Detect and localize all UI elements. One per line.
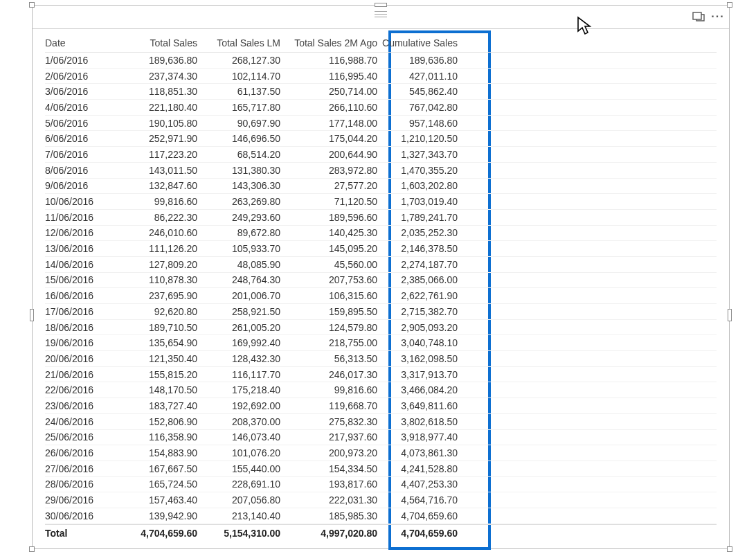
table-row[interactable]: 6/06/2016252,971.90146,696.50175,044.201… <box>45 131 717 147</box>
cell-total-sales-2m: 246,017.30 <box>280 369 377 380</box>
table-row[interactable]: 12/06/2016246,010.6089,672.80140,425.302… <box>45 226 717 242</box>
cell-total-sales: 152,806.90 <box>114 416 197 427</box>
cell-total-sales: 221,180.40 <box>114 102 197 113</box>
cell-total-sales-lm: 207,056.80 <box>197 494 280 506</box>
cell-total-sales: 189,636.80 <box>114 55 197 66</box>
table-row[interactable]: 20/06/2016121,350.40128,432.3056,313.503… <box>45 351 717 367</box>
svg-rect-0 <box>693 12 701 19</box>
total-ts: 4,704,659.60 <box>114 528 197 539</box>
cell-date: 8/06/2016 <box>45 165 114 176</box>
table-row[interactable]: 19/06/2016135,654.90169,992.40218,755.00… <box>45 335 717 351</box>
table-row[interactable]: 29/06/2016157,463.40207,056.80222,031.30… <box>45 492 717 508</box>
cell-cumulative-sales: 3,802,618.50 <box>377 416 474 427</box>
cell-total-sales-2m: 45,560.00 <box>280 259 377 270</box>
drag-grip-icon[interactable] <box>375 11 387 17</box>
cell-date: 15/06/2016 <box>45 274 114 285</box>
cell-total-sales-lm: 192,692.00 <box>197 400 280 411</box>
visual-frame[interactable]: ··· Date Total Sales Total Sales LM Tota… <box>32 5 730 549</box>
table-row[interactable]: 25/06/2016116,358.90146,073.40217,937.60… <box>45 430 717 446</box>
cell-total-sales: 121,350.40 <box>114 353 197 364</box>
resize-handle-br[interactable] <box>727 546 732 552</box>
resize-handle-bl[interactable] <box>29 546 35 552</box>
cell-total-sales: 99,816.60 <box>114 196 197 207</box>
cell-total-sales-2m: 189,596.60 <box>280 212 377 223</box>
table-row[interactable]: 1/06/2016189,636.80268,127.30116,988.701… <box>45 53 717 69</box>
table-row[interactable]: 30/06/2016139,942.90213,140.40185,985.30… <box>45 508 717 524</box>
cell-total-sales-2m: 193,817.60 <box>280 479 377 490</box>
visual-header: ··· <box>33 6 729 29</box>
cell-date: 25/06/2016 <box>45 431 114 443</box>
cell-date: 7/06/2016 <box>45 149 114 160</box>
table-row[interactable]: 7/06/2016117,223.2068,514.20200,644.901,… <box>45 147 717 163</box>
cell-total-sales: 155,815.20 <box>114 369 197 380</box>
cell-total-sales: 86,222.30 <box>114 212 197 223</box>
cell-cumulative-sales: 3,317,913.70 <box>377 369 474 380</box>
cell-date: 4/06/2016 <box>45 102 114 113</box>
cell-cumulative-sales: 2,035,252.30 <box>377 227 474 238</box>
table-row[interactable]: 2/06/2016237,374.30102,114.70116,995.404… <box>45 69 717 84</box>
cell-date: 5/06/2016 <box>45 118 114 129</box>
table-row[interactable]: 9/06/2016132,847.60143,306.3027,577.201,… <box>45 179 717 195</box>
cell-total-sales-2m: 250,714.00 <box>280 86 377 97</box>
table-row[interactable]: 17/06/201692,620.80258,921.50159,895.502… <box>45 304 717 320</box>
cell-total-sales-2m: 106,315.60 <box>280 290 377 301</box>
table-row[interactable]: 21/06/2016155,815.20116,117.70246,017.30… <box>45 367 717 383</box>
cell-cumulative-sales: 2,385,066.00 <box>377 274 474 285</box>
table-row[interactable]: 13/06/2016111,126.20105,933.70145,095.20… <box>45 241 717 257</box>
header-date[interactable]: Date <box>45 37 114 48</box>
table-row[interactable]: 8/06/2016143,011.50131,380.30283,972.801… <box>45 163 717 179</box>
cell-date: 19/06/2016 <box>45 337 114 348</box>
cell-total-sales-lm: 258,921.50 <box>197 306 280 317</box>
table-row[interactable]: 16/06/2016237,695.90201,006.70106,315.60… <box>45 288 717 304</box>
more-options-icon[interactable]: ··· <box>711 10 725 24</box>
focus-mode-icon[interactable] <box>692 10 705 24</box>
cell-date: 18/06/2016 <box>45 322 114 333</box>
cell-date: 9/06/2016 <box>45 180 114 191</box>
table-row[interactable]: 10/06/201699,816.60263,269.8071,120.501,… <box>45 194 717 210</box>
cell-date: 21/06/2016 <box>45 369 114 380</box>
cell-total-sales-2m: 200,644.90 <box>280 149 377 160</box>
cell-total-sales: 237,695.90 <box>114 290 197 301</box>
cell-total-sales-2m: 116,995.40 <box>280 71 377 82</box>
cell-cumulative-sales: 1,327,343.70 <box>377 149 474 160</box>
cell-cumulative-sales: 2,715,382.70 <box>377 306 474 317</box>
cell-total-sales: 189,710.50 <box>114 322 197 333</box>
table-row[interactable]: 18/06/2016189,710.50261,005.20124,579.80… <box>45 320 717 336</box>
cell-cumulative-sales: 4,241,528.80 <box>377 463 474 474</box>
cell-cumulative-sales: 189,636.80 <box>377 55 474 66</box>
header-total-sales-lm[interactable]: Total Sales LM <box>197 37 280 48</box>
cell-cumulative-sales: 3,466,084.20 <box>377 384 474 395</box>
table-row[interactable]: 28/06/2016165,724.50228,691.10193,817.60… <box>45 477 717 493</box>
cell-total-sales-2m: 140,425.30 <box>280 227 377 238</box>
table-row[interactable]: 5/06/2016190,105.8090,697.90177,148.0095… <box>45 116 717 132</box>
table-row[interactable]: 22/06/2016148,170.50175,218.4099,816.603… <box>45 382 717 398</box>
cell-cumulative-sales: 2,905,093.20 <box>377 322 474 333</box>
cell-total-sales: 117,223.20 <box>114 149 197 160</box>
cell-total-sales-2m: 154,334.50 <box>280 463 377 474</box>
cell-total-sales: 165,724.50 <box>114 479 197 490</box>
header-total-sales-2m[interactable]: Total Sales 2M Ago <box>280 37 377 48</box>
cell-date: 24/06/2016 <box>45 416 114 427</box>
table-row[interactable]: 15/06/2016110,878.30248,764.30207,753.60… <box>45 273 717 289</box>
cell-cumulative-sales: 2,622,761.90 <box>377 290 474 301</box>
table-row[interactable]: 4/06/2016221,180.40165,717.80266,110.607… <box>45 100 717 116</box>
table-row[interactable]: 27/06/2016167,667.50155,440.00154,334.50… <box>45 461 717 477</box>
cell-total-sales-2m: 185,985.30 <box>280 510 377 521</box>
header-cumulative-sales[interactable]: Cumulative Sales <box>377 37 474 48</box>
table-row[interactable]: 3/06/2016118,851.3061,137.50250,714.0054… <box>45 84 717 100</box>
cell-date: 20/06/2016 <box>45 353 114 364</box>
data-table: Date Total Sales Total Sales LM Total Sa… <box>33 29 729 542</box>
table-row[interactable]: 24/06/2016152,806.90208,370.00275,832.30… <box>45 414 717 430</box>
table-row[interactable]: 23/06/2016183,727.40192,692.00119,668.70… <box>45 398 717 414</box>
cell-total-sales: 167,667.50 <box>114 463 197 474</box>
cell-date: 16/06/2016 <box>45 290 114 301</box>
cell-total-sales-lm: 131,380.30 <box>197 165 280 176</box>
cell-total-sales-lm: 208,370.00 <box>197 416 280 427</box>
cell-total-sales-2m: 116,988.70 <box>280 55 377 66</box>
table-row[interactable]: 26/06/2016154,883.90101,076.20200,973.20… <box>45 445 717 461</box>
table-row[interactable]: 14/06/2016127,809.2048,085.9045,560.002,… <box>45 257 717 273</box>
cell-total-sales: 143,011.50 <box>114 165 197 176</box>
table-row[interactable]: 11/06/201686,222.30249,293.60189,596.601… <box>45 210 717 226</box>
header-total-sales[interactable]: Total Sales <box>114 37 197 48</box>
cell-cumulative-sales: 1,210,120.50 <box>377 133 474 144</box>
